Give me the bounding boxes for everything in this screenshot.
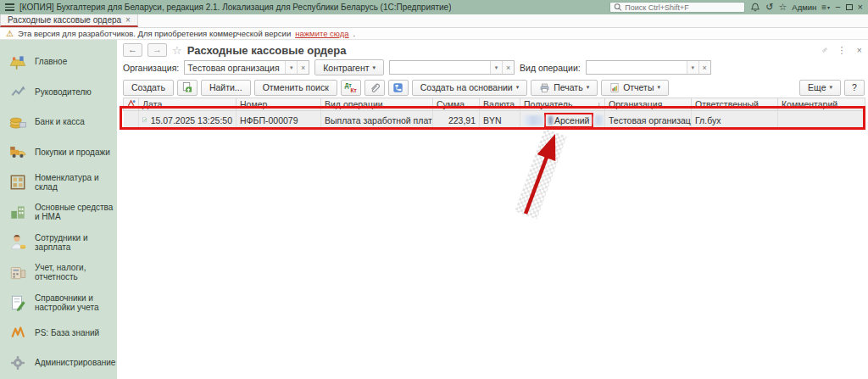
- add-favorite-star-icon[interactable]: ☆: [172, 44, 182, 57]
- help-button[interactable]: ?: [844, 80, 865, 96]
- cell-organization[interactable]: Тестовая организация: [605, 111, 692, 130]
- cell-recipient[interactable]: Арсений: [520, 111, 605, 130]
- sidebar-item-bank-cash[interactable]: Банк и касса: [0, 107, 117, 137]
- copy-document-icon: [181, 81, 192, 93]
- related-documents-button[interactable]: [388, 80, 409, 96]
- warehouse-icon: [8, 173, 27, 192]
- cell-responsible[interactable]: Гл.бух: [692, 111, 778, 130]
- more-menu-icon[interactable]: ⋮: [835, 45, 849, 56]
- counterparty-combo[interactable]: ▾ ×: [389, 60, 515, 75]
- sidebar-item-main[interactable]: Главное: [0, 47, 117, 77]
- organization-clear-icon[interactable]: ×: [297, 61, 309, 74]
- organization-input[interactable]: [185, 61, 285, 74]
- operation-type-dropdown-icon[interactable]: ▾: [687, 61, 698, 74]
- tab-close-icon[interactable]: ×: [125, 15, 131, 25]
- sidebar-item-employees-salary[interactable]: Сотрудники и зарплата: [0, 227, 117, 258]
- cell-operation[interactable]: Выплата заработной платы...: [321, 111, 433, 130]
- column-number[interactable]: Номер: [236, 98, 321, 111]
- buy-license-link[interactable]: нажмите сюда: [295, 29, 348, 38]
- create-based-on-button[interactable]: Создать на основании ▾: [412, 80, 527, 96]
- cell-currency[interactable]: BYN: [480, 111, 520, 130]
- posted-document-icon: [142, 114, 147, 125]
- nav-forward-button[interactable]: →: [147, 43, 167, 57]
- cell-number[interactable]: НФБП-000079: [236, 111, 321, 130]
- history-icon[interactable]: ↺: [765, 3, 773, 12]
- warning-text: Эта версия для разработчиков. Для приобр…: [18, 29, 291, 38]
- find-button[interactable]: Найти...: [201, 80, 251, 96]
- taxes-icon: [8, 263, 27, 281]
- cell-date[interactable]: 15.07.2025 13:25:50: [139, 111, 236, 130]
- sidebar-item-manager[interactable]: Руководителю: [0, 77, 117, 108]
- column-responsible[interactable]: Ответственный: [692, 98, 778, 111]
- operation-type-combo[interactable]: ▾ ×: [586, 60, 711, 75]
- truck-icon: [8, 142, 27, 161]
- sidebar-item-inventory[interactable]: Номенклатура и склад: [0, 167, 117, 198]
- main-menu-icon[interactable]: [5, 3, 14, 11]
- sidebar-item-directories-settings[interactable]: Справочники и настройки учета: [0, 287, 117, 318]
- settings-doc-icon: [8, 293, 27, 312]
- operation-type-input[interactable]: [587, 61, 687, 74]
- cell-state[interactable]: [124, 111, 139, 130]
- sidebar-item-accounting-taxes[interactable]: Учет, налоги, отчетность: [0, 258, 117, 288]
- column-operation[interactable]: Вид операции: [321, 98, 433, 111]
- paperclip-icon: [369, 81, 380, 93]
- gear-icon: [8, 354, 27, 372]
- cell-comment[interactable]: [778, 111, 865, 130]
- show-postings-button[interactable]: ДтКт: [341, 80, 361, 96]
- current-user[interactable]: Админ: [792, 3, 816, 12]
- column-comment[interactable]: Комментарий: [778, 98, 865, 111]
- favorites-star-icon[interactable]: ☆: [778, 3, 787, 12]
- column-recipient[interactable]: Получатель↓: [520, 98, 605, 111]
- reports-icon: [609, 82, 620, 93]
- copy-document-button[interactable]: [177, 80, 198, 96]
- counterparty-button[interactable]: Контрагент ▾: [314, 59, 384, 75]
- window-titlebar: [КОПИЯ] Бухгалтерия для Беларуси, редакц…: [0, 0, 868, 14]
- column-state[interactable]: [124, 98, 139, 111]
- close-form-icon[interactable]: ×: [854, 45, 865, 55]
- global-search[interactable]: [609, 2, 745, 13]
- cancel-search-button[interactable]: Отменить поиск: [254, 80, 337, 96]
- tab-cash-orders[interactable]: Расходные кассовые ордера ×: [0, 14, 138, 27]
- restore-window-button[interactable]: [846, 4, 853, 10]
- anonymized-blur: [548, 116, 553, 125]
- anonymized-blur: [524, 115, 544, 125]
- column-currency[interactable]: Валюта: [480, 98, 520, 111]
- reports-button[interactable]: Отчеты ▾: [601, 80, 669, 96]
- print-button[interactable]: Печать ▾: [531, 80, 598, 96]
- knowledge-base-icon: [8, 323, 27, 342]
- operation-type-clear-icon[interactable]: ×: [698, 61, 710, 74]
- more-actions-button[interactable]: Еще ▾: [799, 80, 841, 96]
- column-organization[interactable]: Организация: [605, 98, 692, 111]
- warning-icon: ⚠: [6, 30, 14, 38]
- operation-type-label: Вид операции:: [520, 63, 581, 73]
- column-date[interactable]: Дата: [139, 98, 236, 111]
- minimize-button[interactable]: −: [835, 3, 840, 12]
- sidebar-item-administration[interactable]: Администрирование: [0, 348, 117, 378]
- coins-icon: [8, 113, 27, 131]
- counterparty-dropdown-icon[interactable]: ▾: [490, 61, 502, 74]
- sidebar-item-knowledge-base[interactable]: PS: База знаний: [0, 318, 117, 348]
- counterparty-clear-icon[interactable]: ×: [502, 61, 514, 74]
- create-button[interactable]: Создать: [123, 80, 174, 96]
- fixed-assets-icon: [8, 203, 27, 221]
- organization-combo[interactable]: ▾ ×: [184, 60, 309, 75]
- sidebar-item-fixed-assets[interactable]: Основные средства и НМА: [0, 198, 117, 228]
- organization-dropdown-icon[interactable]: ▾: [285, 61, 297, 74]
- get-link-icon[interactable]: [820, 45, 830, 55]
- list-form: ← → ☆ Расходные кассовые ордера ⋮ × Орга…: [119, 40, 868, 379]
- close-window-button[interactable]: ×: [858, 3, 863, 12]
- sort-down-icon: ↓: [598, 100, 602, 109]
- sidebar-item-purchases-sales[interactable]: Покупки и продажи: [0, 137, 117, 168]
- search-input[interactable]: [625, 3, 741, 12]
- service-menu-icon[interactable]: ≡▾: [821, 3, 830, 12]
- cell-sum[interactable]: 223,91: [433, 111, 480, 130]
- table-row[interactable]: 15.07.2025 13:25:50 НФБП-000079 Выплата …: [124, 111, 865, 130]
- counterparty-input[interactable]: [390, 61, 490, 74]
- warning-suffix: .: [353, 29, 356, 38]
- manager-chart-icon: [8, 82, 27, 101]
- nav-back-button[interactable]: ←: [123, 43, 142, 57]
- attached-files-button[interactable]: [364, 80, 385, 96]
- search-icon: [614, 3, 622, 12]
- column-sum[interactable]: Сумма: [433, 98, 480, 111]
- notifications-bell-icon[interactable]: [750, 2, 760, 13]
